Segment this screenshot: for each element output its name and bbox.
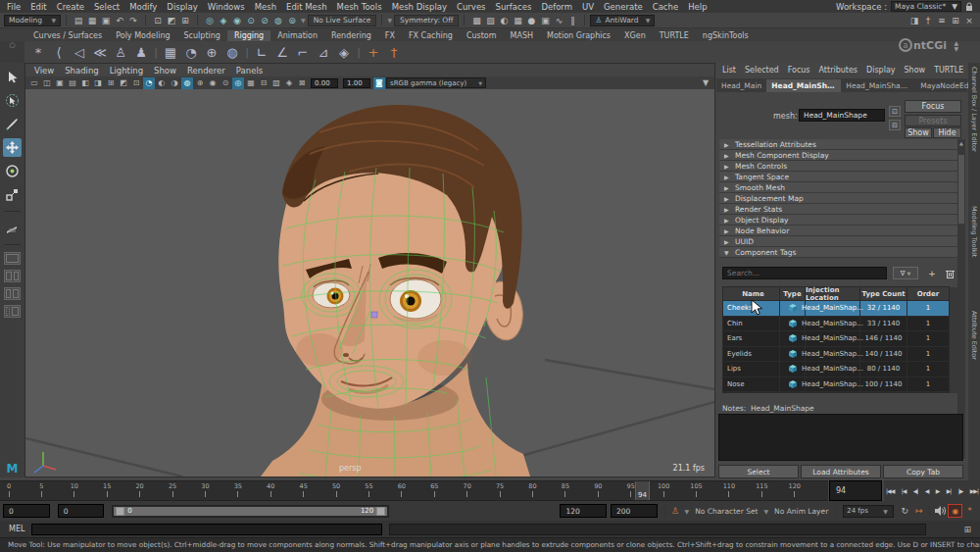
ae-action-button[interactable]: Copy Tab <box>883 465 963 478</box>
panel-menu-item[interactable]: Renderer <box>187 66 225 75</box>
animation-end-field[interactable]: 200 <box>611 504 658 518</box>
panel-menu-item[interactable]: Lighting <box>110 66 143 75</box>
shelf-tab[interactable]: XGen <box>617 30 653 41</box>
file-op-icon[interactable]: ↷ <box>126 14 140 26</box>
snap-icon[interactable]: ◉ <box>230 14 244 26</box>
time-slider[interactable]: 0510152025303540455055606570758085909510… <box>0 480 828 501</box>
notes-textarea[interactable] <box>718 414 963 461</box>
render-icon[interactable]: ▩ <box>469 14 483 26</box>
menu-item[interactable]: Edit Mesh <box>286 2 327 12</box>
select-node-icon[interactable]: ⊡ <box>889 106 901 117</box>
shelf-tool-icon[interactable]: ⟨ <box>49 42 69 62</box>
viewport-display-icon[interactable]: ⊠ <box>296 77 308 89</box>
current-frame-field[interactable]: 94 <box>829 480 882 501</box>
ae-scrollbar[interactable]: ▲ <box>957 139 965 459</box>
rotate-tool[interactable] <box>3 162 22 180</box>
shelf-tab[interactable]: ngSkinTools <box>696 30 756 41</box>
menu-item[interactable]: Mesh Display <box>392 2 447 12</box>
panel-menu-item[interactable]: View <box>34 66 54 75</box>
render-icon[interactable]: ∿ <box>552 14 565 26</box>
chevron-down-icon[interactable]: ▼ <box>685 508 690 515</box>
shelf-tool-icon[interactable]: | <box>243 42 251 62</box>
attribute-section-header[interactable]: ▶ Mesh Controls <box>719 161 957 172</box>
playback-button[interactable]: |◀◀ <box>886 487 894 494</box>
pin-node-icon[interactable]: ⊟ <box>889 120 901 130</box>
attribute-section-header[interactable]: ▶ Tangent Space <box>719 172 957 182</box>
viewport-display-icon[interactable]: ▧ <box>270 77 282 89</box>
chevron-down-icon[interactable]: ▼ <box>301 17 306 24</box>
viewport-display-icon[interactable]: ◩ <box>118 77 129 89</box>
viewport-display-icon[interactable]: ⊕ <box>194 77 206 89</box>
panel-menu-item[interactable]: Panels <box>236 66 263 75</box>
animation-start-field[interactable]: 0 <box>3 504 50 518</box>
attribute-section-header[interactable]: ▶ Displacement Map <box>719 193 957 204</box>
panel-menu-item[interactable]: Shading <box>65 66 99 75</box>
file-op-icon[interactable]: ▤ <box>72 14 85 26</box>
ae-menu-item[interactable]: Focus <box>788 66 810 75</box>
viewport-display-icon[interactable]: ◈ <box>283 77 295 89</box>
render-icon[interactable]: ‖ <box>565 14 579 26</box>
color-management-icon[interactable]: ◙ <box>373 77 385 89</box>
viewport-display-icon[interactable]: ◧ <box>79 77 91 89</box>
node-tab[interactable]: Head_Main <box>716 79 766 92</box>
move-tool[interactable] <box>3 138 22 157</box>
mesh-name-field[interactable]: Head_MainShape <box>799 109 885 122</box>
menu-item[interactable]: Mesh <box>255 2 276 12</box>
menu-item[interactable]: Create <box>57 2 84 12</box>
panel-toggle-icon[interactable]: ⊞ <box>949 14 962 26</box>
shelf-tool-icon[interactable]: | <box>152 42 160 62</box>
node-tab[interactable]: Head_MainShapeOrig1 <box>841 79 915 92</box>
chevron-down-icon[interactable]: ▼ <box>763 508 768 515</box>
panel-toggle-icon[interactable]: ≡ <box>935 14 949 26</box>
menu-item[interactable]: UV <box>582 2 594 12</box>
focus-button[interactable]: Focus <box>905 100 961 113</box>
column-header[interactable]: Type <box>780 287 806 300</box>
perspective-viewport[interactable]: ViewShadingLightingShowRendererPanels ▭◫… <box>24 63 715 477</box>
menu-item[interactable]: Mesh Tools <box>337 2 382 12</box>
current-frame-marker[interactable]: 94 <box>635 481 650 500</box>
column-header[interactable]: Order <box>907 287 949 300</box>
symmetry-field[interactable]: Symmetry: Off <box>394 15 459 26</box>
shelf-tab[interactable]: Curves / Surfaces <box>26 30 109 41</box>
shelf-tool-icon[interactable]: ◈ <box>334 42 354 62</box>
range-end-handle[interactable] <box>376 507 385 516</box>
shelf-tool-icon[interactable]: | <box>355 42 363 62</box>
viewport-display-icon[interactable]: ▦ <box>245 77 257 89</box>
ae-action-button[interactable]: Load Attributes <box>801 465 881 478</box>
clamp-icon[interactable]: ↦ <box>912 504 927 518</box>
scale-tool[interactable] <box>3 185 22 204</box>
range-start-handle[interactable] <box>116 507 124 516</box>
menu-item[interactable]: Curves <box>457 2 486 12</box>
shelf-tab[interactable]: Motion Graphics <box>540 30 617 41</box>
colorspace-dropdown[interactable]: sRGB gamma (legacy) ▼ <box>386 77 486 88</box>
last-tool-slot[interactable] <box>3 219 22 237</box>
menu-item[interactable]: Windows <box>208 2 245 12</box>
chevron-down-icon[interactable]: ▼ <box>387 17 392 24</box>
layout-outliner-pane-button[interactable] <box>4 305 21 318</box>
shelf-gear-icon[interactable]: ○ <box>9 41 15 49</box>
column-header[interactable]: Type Count <box>860 287 907 300</box>
panel-toggle-icon[interactable]: † <box>921 14 935 26</box>
shelf-tab[interactable]: FX Caching <box>402 30 460 41</box>
mute-audio-icon[interactable] <box>933 504 948 518</box>
playback-button[interactable]: ◀ <box>925 487 929 494</box>
viewport-display-icon[interactable]: ◉ <box>207 77 219 89</box>
shelf-tool-icon[interactable]: ▦ <box>161 42 180 62</box>
render-icon[interactable]: ● <box>524 14 538 26</box>
shelf-tab[interactable]: Rendering <box>324 30 378 41</box>
add-tag-button[interactable]: + <box>924 267 940 279</box>
attribute-section-header[interactable]: ▶ Object Display <box>719 215 957 226</box>
exposure-field[interactable]: 0.00 <box>311 78 338 88</box>
scene-3d-head-model[interactable] <box>25 89 714 477</box>
menu-item[interactable]: Help <box>688 2 707 12</box>
layout-two-pane-button[interactable] <box>4 287 21 300</box>
component-tags-search-input[interactable] <box>722 267 887 279</box>
ae-menu-item[interactable]: Selected <box>745 66 779 75</box>
sidebar-vertical-tab[interactable]: Channel Box / Layer Editor <box>970 67 978 152</box>
snap-icon[interactable]: ◎ <box>203 14 217 26</box>
attribute-section-header[interactable]: ▶ Node Behavior <box>719 226 957 236</box>
show-button[interactable]: Show <box>905 127 932 138</box>
snap-icon[interactable]: ⊘ <box>258 14 271 26</box>
shelf-tool-icon[interactable]: + <box>364 42 383 62</box>
shelf-tool-icon[interactable]: ∟ <box>252 42 271 62</box>
